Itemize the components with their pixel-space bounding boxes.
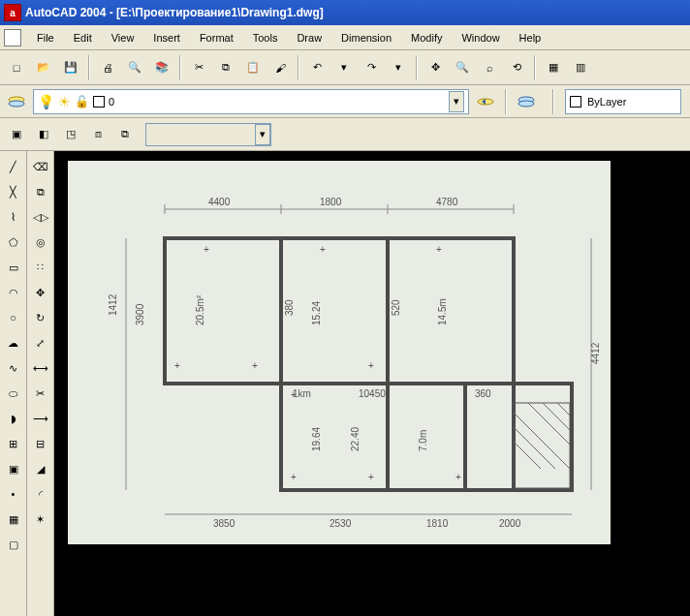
pan-icon[interactable]: ✥ (423, 55, 448, 80)
ungroup-icon[interactable]: ⧉ (112, 122, 138, 147)
array-icon[interactable]: ∷ (29, 256, 52, 279)
svg-text:3850: 3850 (213, 518, 235, 529)
style-combo[interactable]: ▾ (145, 123, 271, 146)
menu-insert[interactable]: Insert (143, 28, 190, 47)
raster-underlay: 4400 1800 4780 1412 3900 4412 3850 2530 … (68, 161, 611, 544)
arc-icon[interactable]: ◠ (2, 281, 25, 304)
undo-dd-icon[interactable]: ▾ (331, 55, 357, 80)
zoom-win-icon[interactable]: ⌕ (477, 55, 502, 80)
crosshair-cursor (593, 523, 651, 581)
svg-line-56 (543, 403, 570, 430)
properties-icon[interactable]: ▦ (541, 55, 566, 80)
svg-text:+: + (368, 360, 374, 371)
svg-text:+: + (455, 472, 461, 482)
design-center-icon[interactable]: ▥ (568, 55, 593, 80)
menu-modify[interactable]: Modify (401, 28, 452, 47)
menu-tools[interactable]: Tools (243, 28, 288, 47)
revcloud-icon[interactable]: ☁ (2, 331, 25, 354)
menu-format[interactable]: Format (190, 28, 243, 47)
line-icon[interactable]: ╱ (2, 155, 25, 178)
svg-text:4780: 4780 (436, 197, 458, 207)
point-icon[interactable]: • (2, 482, 25, 506)
publish-icon[interactable]: 📚 (149, 55, 174, 80)
match-icon[interactable]: 🖌 (267, 55, 293, 80)
menu-draw[interactable]: Draw (287, 28, 331, 47)
group-icon[interactable]: ⧈ (85, 122, 110, 147)
circle-icon[interactable]: ○ (2, 306, 25, 329)
preview-icon[interactable]: 🔍 (122, 55, 147, 80)
svg-text:1800: 1800 (320, 197, 342, 207)
polygon-icon[interactable]: ⬠ (2, 231, 25, 254)
explode-icon[interactable]: ✶ (29, 508, 52, 531)
cut-icon[interactable]: ✂ (186, 55, 211, 80)
hatch-icon[interactable]: ▦ (2, 508, 25, 531)
drawing-canvas[interactable]: 4400 1800 4780 1412 3900 4412 3850 2530 … (54, 151, 690, 616)
xline-icon[interactable]: ╳ (2, 180, 25, 203)
region-icon[interactable]: ▢ (2, 533, 25, 556)
svg-text:+: + (204, 244, 209, 255)
redo-icon[interactable]: ↷ (359, 55, 384, 80)
make-block2-icon[interactable]: ▣ (2, 457, 25, 480)
menu-edit[interactable]: Edit (64, 28, 102, 47)
new-icon[interactable]: □ (4, 55, 29, 80)
svg-rect-5 (165, 238, 514, 384)
standard-toolbar: □📂💾🖨🔍📚✂⧉📋🖌↶▾↷▾✥🔍⌕⟲▦▥ (0, 50, 690, 85)
ledge-icon[interactable]: ◳ (58, 122, 83, 147)
make-block-icon[interactable]: ▣ (4, 122, 29, 147)
mdi-doc-icon[interactable] (4, 29, 21, 46)
layer-prev-icon[interactable] (473, 89, 498, 114)
block-toolbar: ▣◧◳⧈⧉ ▾ (0, 118, 690, 151)
menu-help[interactable]: Help (510, 28, 551, 47)
stretch-icon[interactable]: ⟷ (29, 356, 52, 380)
menu-view[interactable]: View (102, 28, 144, 47)
menu-window[interactable]: Window (452, 28, 509, 47)
menu-dimension[interactable]: Dimension (331, 28, 401, 47)
layer-manager-icon[interactable] (4, 89, 29, 114)
window-title: AutoCAD 2004 - [E:\Проектирование1\Drawi… (25, 6, 324, 19)
offset-icon[interactable]: ◎ (29, 231, 52, 254)
mirror-icon[interactable]: ◁▷ (29, 205, 52, 229)
color-combo[interactable]: ByLayer (565, 89, 681, 114)
save-icon[interactable]: 💾 (58, 55, 83, 80)
print-icon[interactable]: 🖨 (95, 55, 120, 80)
layer-states-icon[interactable] (514, 89, 539, 114)
redo-dd-icon[interactable]: ▾ (386, 55, 411, 80)
ellipse-icon[interactable]: ⬭ (2, 382, 25, 405)
move-icon[interactable]: ✥ (29, 281, 52, 304)
erase-icon[interactable]: ⌫ (29, 155, 52, 178)
undo-icon[interactable]: ↶ (304, 55, 329, 80)
insert-block-icon[interactable]: ◧ (31, 122, 56, 147)
spline-icon[interactable]: ∿ (2, 356, 25, 380)
extend-icon[interactable]: ⟶ (29, 407, 52, 430)
rectangle-icon[interactable]: ▭ (2, 256, 25, 279)
fillet-icon[interactable]: ◜ (29, 482, 52, 506)
svg-line-54 (514, 442, 541, 469)
separator (505, 89, 507, 114)
chevron-down-icon[interactable]: ▾ (449, 91, 464, 112)
copy-icon[interactable]: ⧉ (213, 55, 238, 80)
zoom-prev-icon[interactable]: ⟲ (504, 55, 529, 80)
copy-obj-icon[interactable]: ⧉ (29, 180, 52, 203)
floorplan-sketch: 4400 1800 4780 1412 3900 4412 3850 2530 … (68, 161, 611, 544)
break-icon[interactable]: ⊟ (29, 432, 52, 455)
svg-rect-51 (514, 403, 570, 488)
scale-icon[interactable]: ⤢ (29, 331, 52, 354)
svg-text:3900: 3900 (135, 303, 145, 325)
modify-toolbar: ⌫⧉◁▷◎∷✥↻⤢⟷✂⟶⊟◢◜✶ (27, 151, 54, 616)
polyline-icon[interactable]: ⌇ (2, 205, 25, 229)
app-icon: a (4, 4, 21, 21)
layer-combo[interactable]: 💡 ☀ 🔓 0 ▾ (33, 89, 469, 114)
open-icon[interactable]: 📂 (31, 55, 56, 80)
paste-icon[interactable]: 📋 (240, 55, 266, 80)
trim-icon[interactable]: ✂ (29, 382, 52, 405)
zoom-rt-icon[interactable]: 🔍 (450, 55, 475, 80)
svg-text:20.5m²: 20.5m² (195, 294, 205, 325)
chevron-down-icon[interactable]: ▾ (255, 124, 270, 145)
rotate-icon[interactable]: ↻ (29, 306, 52, 329)
workarea: ╱╳⌇⬠▭◠○☁∿⬭◗⊞▣•▦▢ ⌫⧉◁▷◎∷✥↻⤢⟷✂⟶⊟◢◜✶ 4400 1… (0, 151, 690, 616)
ellipse-arc-icon[interactable]: ◗ (2, 407, 25, 430)
menu-file[interactable]: File (27, 28, 64, 47)
chamfer-icon[interactable]: ◢ (29, 457, 52, 480)
insert-icon[interactable]: ⊞ (2, 432, 25, 455)
svg-text:7.0m: 7.0m (418, 430, 428, 451)
